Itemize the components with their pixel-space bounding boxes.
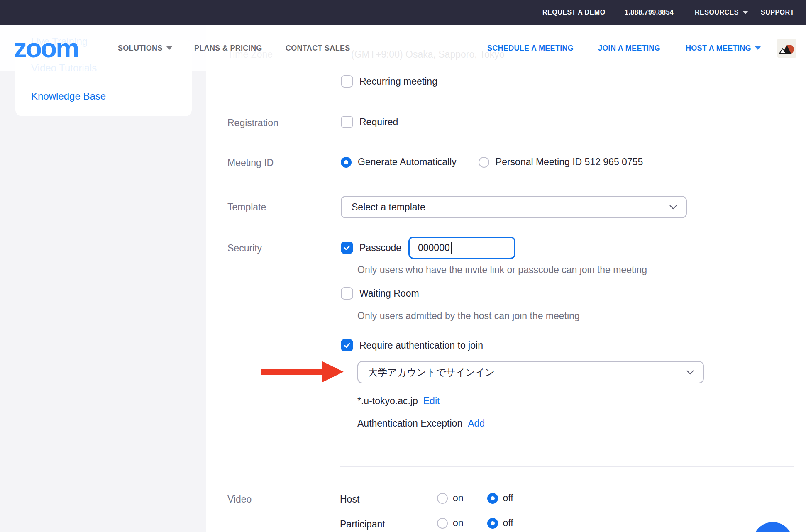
nav-host-meeting-label: HOST A MEETING (686, 44, 751, 53)
chevron-down-icon (755, 46, 761, 50)
host-video-off-radio[interactable] (487, 493, 498, 504)
checkmark-icon (343, 244, 351, 251)
recurring-meeting-checkbox[interactable] (341, 75, 353, 88)
main-navbar: zoom SOLUTIONS PLANS & PRICING CONTACT S… (0, 25, 806, 71)
host-video-on-radio[interactable] (437, 493, 448, 504)
waiting-room-row: Waiting Room (341, 287, 419, 300)
waiting-room-label: Waiting Room (359, 288, 419, 299)
avatar-image (777, 39, 796, 58)
video-host-radios: on off (437, 493, 513, 504)
registration-label: Registration (227, 116, 278, 130)
personal-meeting-id-radio[interactable] (479, 157, 489, 168)
nav-join-meeting[interactable]: JOIN A MEETING (598, 25, 660, 71)
chevron-down-icon (166, 46, 172, 50)
nav-contact-sales[interactable]: CONTACT SALES (286, 25, 350, 71)
participant-video-on-label: on (453, 517, 464, 529)
registration-required-checkbox[interactable] (341, 116, 353, 128)
video-participant-radios: on off (437, 517, 513, 529)
require-auth-checkbox[interactable] (341, 339, 353, 351)
video-participant-label: Participant (340, 519, 385, 530)
nav-solutions[interactable]: SOLUTIONS (118, 25, 172, 71)
auth-domain-edit-link[interactable]: Edit (423, 395, 440, 407)
sidebar-item-knowledge-base[interactable]: Knowledge Base (31, 90, 106, 102)
user-avatar[interactable] (777, 25, 796, 71)
video-label: Video (227, 492, 252, 506)
template-select-value: Select a template (352, 202, 425, 213)
registration-required-label: Required (359, 117, 398, 128)
resources-label: RESOURCES (695, 9, 739, 16)
section-divider (340, 466, 794, 467)
nav-schedule-meeting[interactable]: SCHEDULE A MEETING (487, 25, 574, 71)
auth-exception-add-link[interactable]: Add (468, 418, 485, 429)
auth-exception-label: Authentication Exception (357, 418, 462, 429)
zoom-logo-text: zoom (14, 35, 78, 61)
template-label: Template (227, 200, 266, 214)
host-video-off-label: off (503, 493, 513, 504)
waiting-room-checkbox[interactable] (341, 287, 353, 300)
registration-row: Required (341, 116, 398, 128)
support-link[interactable]: SUPPORT (761, 0, 794, 25)
text-cursor (451, 242, 452, 254)
chevron-down-icon (686, 370, 694, 375)
resources-menu[interactable]: RESOURCES (695, 0, 748, 25)
passcode-value: 000000 (418, 242, 450, 254)
meeting-id-label: Meeting ID (227, 156, 274, 170)
nav-plans-pricing[interactable]: PLANS & PRICING (194, 25, 262, 71)
auth-domain-value: *.u-tokyo.ac.jp (357, 395, 418, 407)
chevron-down-icon (742, 11, 748, 14)
template-select[interactable]: Select a template (341, 196, 687, 218)
avatar-logo-graphic (777, 39, 796, 58)
passcode-checkbox[interactable] (341, 242, 353, 254)
auth-method-value: 大学アカウントでサインイン (368, 366, 495, 379)
request-demo-link[interactable]: REQUEST A DEMO (542, 0, 606, 25)
auth-domain-row: *.u-tokyo.ac.jp Edit (357, 395, 440, 407)
auth-method-select[interactable]: 大学アカウントでサインイン (357, 361, 704, 383)
passcode-label: Passcode (359, 242, 401, 254)
passcode-input[interactable]: 000000 (408, 237, 515, 259)
host-video-on-label: on (453, 493, 464, 504)
chevron-down-icon (669, 205, 677, 210)
auth-exception-row: Authentication Exception Add (357, 418, 485, 429)
generate-automatically-label: Generate Automatically (358, 156, 457, 168)
zoom-schedule-meeting-page: Live Training Time Zone (GMT+9:00) Osaka… (0, 0, 806, 532)
generate-automatically-radio[interactable] (341, 157, 352, 168)
nav-host-meeting[interactable]: HOST A MEETING (686, 25, 761, 71)
nav-solutions-label: SOLUTIONS (118, 44, 163, 53)
participant-video-off-label: off (503, 517, 513, 529)
zoom-logo[interactable]: zoom (14, 25, 78, 71)
passcode-help-text: Only users who have the invite link or p… (357, 264, 647, 276)
meeting-id-row: Generate Automatically Personal Meeting … (341, 156, 643, 168)
participant-video-on-radio[interactable] (437, 518, 448, 529)
video-host-label: Host (340, 494, 359, 505)
waiting-room-help-text: Only users admitted by the host can join… (357, 310, 580, 322)
checkmark-icon (343, 342, 351, 349)
require-auth-label: Require authentication to join (359, 340, 483, 351)
security-label: Security (227, 241, 262, 255)
personal-meeting-id-label: Personal Meeting ID 512 965 0755 (496, 156, 643, 168)
participant-video-off-radio[interactable] (487, 518, 498, 529)
require-auth-row: Require authentication to join (341, 339, 483, 351)
recurring-meeting-label: Recurring meeting (359, 76, 437, 87)
red-arrow-annotation (261, 359, 344, 384)
top-utility-bar: REQUEST A DEMO 1.888.799.8854 RESOURCES … (0, 0, 806, 25)
recurring-meeting-row: Recurring meeting (341, 75, 437, 88)
phone-number[interactable]: 1.888.799.8854 (625, 0, 674, 25)
passcode-row: Passcode (341, 242, 401, 254)
